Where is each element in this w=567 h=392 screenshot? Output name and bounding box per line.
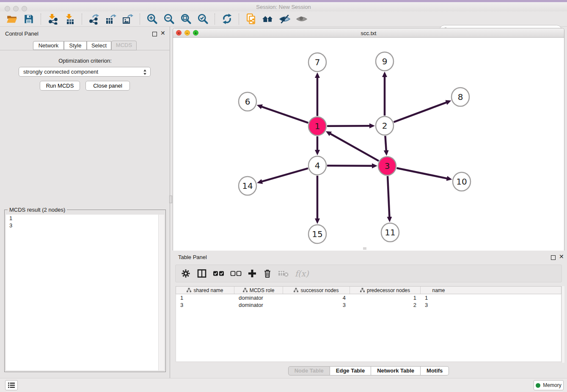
table-cell[interactable]: 3 — [176, 301, 234, 309]
network-graph[interactable]: 7968124314101511 — [173, 38, 564, 251]
column-header[interactable]: predecessor nodes — [350, 287, 421, 294]
table-settings-button[interactable] — [181, 267, 191, 280]
network-view-window: ✕ − + scc.txt 7968124314101511 — [173, 28, 564, 251]
export-table-button[interactable] — [102, 13, 119, 25]
refresh-button[interactable] — [218, 13, 235, 25]
delete-table-button[interactable] — [278, 267, 289, 280]
network-canvas[interactable]: 7968124314101511 — [173, 38, 564, 251]
float-table-panel-icon[interactable] — [551, 255, 556, 261]
titlebar[interactable]: Session: New Session — [0, 2, 567, 11]
home-layout-button[interactable] — [259, 13, 276, 25]
column-header[interactable]: name — [421, 287, 457, 294]
window-title: Session: New Session — [0, 4, 567, 10]
tab-style[interactable]: Style — [64, 41, 87, 50]
network-window-titlebar[interactable]: ✕ − + scc.txt — [173, 28, 564, 38]
graph-edge-4-14[interactable] — [262, 168, 308, 182]
zoom-fit-button[interactable] — [177, 13, 194, 25]
table-tab-node-table[interactable]: Node Table — [288, 366, 330, 375]
export-image-button[interactable] — [119, 13, 136, 25]
memory-status-icon — [536, 383, 540, 388]
graph-node-label: 7 — [315, 57, 320, 67]
add-column-button[interactable] — [248, 267, 257, 280]
tab-network[interactable]: Network — [33, 41, 64, 50]
table-tab-motifs[interactable]: Motifs — [421, 366, 449, 375]
graph-edge-3-11[interactable] — [388, 176, 389, 217]
tab-select[interactable]: Select — [87, 41, 111, 50]
select-value: strongly connected component — [23, 69, 98, 75]
table-tab-network-table[interactable]: Network Table — [371, 366, 421, 375]
table-tab-edge-table[interactable]: Edge Table — [330, 366, 371, 375]
zoom-in-button[interactable] — [143, 13, 160, 25]
column-header[interactable]: successor nodes — [283, 287, 350, 294]
select-all-button[interactable] — [213, 267, 224, 280]
graph-edge-1-6[interactable] — [261, 107, 308, 123]
show-graphics-details-button[interactable] — [293, 13, 310, 25]
graph-edge-2-8[interactable] — [394, 102, 447, 122]
table-cell[interactable]: 3 — [283, 301, 350, 309]
open-session-button[interactable] — [3, 13, 20, 25]
save-floppy-icon — [23, 14, 34, 25]
open-folder-icon — [6, 14, 17, 25]
table-row[interactable]: 1dominator411 — [176, 294, 561, 301]
result-scrollbar[interactable] — [158, 215, 164, 370]
export-network-icon — [88, 14, 99, 25]
run-mcds-button[interactable]: Run MCDS — [40, 81, 80, 91]
close-panel-button[interactable]: Close panel — [85, 81, 130, 91]
deselect-all-button[interactable] — [230, 267, 242, 280]
toolbar-separator — [215, 14, 215, 25]
function-builder-button[interactable]: f(x) — [295, 267, 309, 280]
zoom-out-button[interactable] — [160, 13, 177, 25]
column-header[interactable]: MCDS role — [234, 287, 283, 294]
table-cell[interactable]: dominator — [234, 301, 283, 309]
table-cell[interactable]: dominator — [234, 294, 283, 301]
table-body[interactable]: 1dominator4113dominator323 — [176, 294, 561, 362]
graph-node-label: 8 — [458, 92, 463, 102]
copy-network-button[interactable] — [242, 13, 259, 25]
table-cell[interactable]: 1 — [176, 294, 234, 301]
tab-mcds[interactable]: MCDS — [111, 41, 137, 50]
toolbar-separator — [239, 14, 239, 25]
optimization-criterion-select[interactable]: strongly connected component — [19, 67, 151, 77]
graph-edge-2-3[interactable] — [385, 136, 386, 151]
mcds-result-title: MCDS result (2 nodes) — [8, 207, 67, 213]
table-panel: Table Panel ✕ — [173, 253, 567, 377]
export-network-button[interactable] — [85, 13, 102, 25]
panel-splitter-handle[interactable] — [169, 196, 172, 203]
attribute-tree-icon — [294, 288, 298, 293]
memory-button[interactable]: Memory — [534, 380, 564, 390]
node-table[interactable]: shared nameMCDS rolesuccessor nodesprede… — [176, 286, 561, 362]
float-panel-icon[interactable] — [152, 31, 157, 38]
table-cell[interactable]: 2 — [350, 301, 421, 309]
table-cell[interactable]: 4 — [283, 294, 350, 301]
copy-network-icon — [245, 13, 257, 25]
mcds-result-line: 1 — [6, 215, 164, 222]
graph-node-label: 11 — [385, 227, 395, 237]
show-columns-button[interactable] — [197, 267, 207, 280]
graph-edge-3-10[interactable] — [397, 168, 447, 179]
import-network-button[interactable] — [44, 13, 61, 25]
trash-icon — [263, 268, 272, 279]
table-cell[interactable]: 1 — [421, 294, 457, 301]
close-table-panel-icon[interactable]: ✕ — [559, 254, 564, 259]
graph-edge-1-2[interactable] — [327, 126, 370, 126]
table-panel-title: Table Panel — [178, 254, 207, 260]
table-row[interactable]: 3dominator323 — [176, 301, 561, 309]
table-scrollbar[interactable] — [561, 286, 564, 363]
graph-edge-4-3[interactable] — [327, 166, 372, 166]
delete-column-button[interactable] — [263, 267, 272, 280]
save-session-button[interactable] — [20, 13, 37, 25]
close-panel-icon[interactable]: ✕ — [160, 31, 165, 36]
zoom-selected-button[interactable] — [194, 13, 211, 25]
hide-graphics-details-button[interactable] — [276, 13, 293, 25]
table-cell[interactable]: 3 — [421, 301, 457, 309]
import-table-button[interactable] — [61, 13, 78, 25]
graph-edge-3-1[interactable] — [330, 134, 379, 161]
canvas-resize-grip[interactable] — [363, 247, 366, 250]
task-history-button[interactable] — [5, 380, 18, 390]
table-header-row[interactable]: shared nameMCDS rolesuccessor nodesprede… — [176, 286, 561, 294]
column-header[interactable]: shared name — [176, 287, 234, 294]
graph-node-label: 2 — [382, 121, 388, 131]
graph-node-label: 15 — [312, 229, 322, 239]
mcds-result-list[interactable]: 13 — [6, 215, 164, 370]
table-cell[interactable]: 1 — [350, 294, 421, 301]
